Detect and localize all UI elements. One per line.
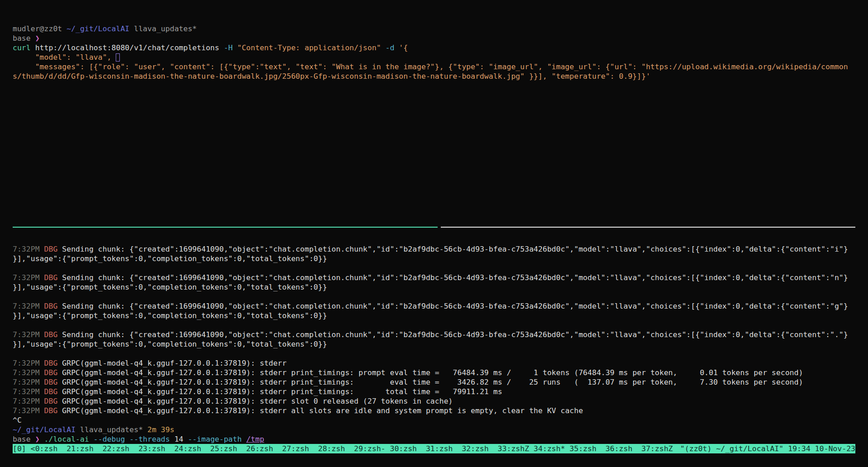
prompt-user-host: mudler@zz0t: [13, 24, 66, 33]
curl-body-wrap-line: s/thumb/d/dd/Gfp-wisconsin-madison-the-n…: [13, 71, 855, 81]
curl-body-open: '{: [394, 43, 408, 52]
log-level-badge: DBG: [44, 378, 58, 386]
prompt-env: base: [13, 34, 35, 43]
log-level-badge: DBG: [44, 359, 58, 367]
prompt-path: ~/_git/LocalAI: [13, 425, 80, 434]
pane-divider-active-segment: [13, 227, 438, 228]
log-chunk-line: 7:32PM DBG Sending chunk: {"created":169…: [13, 273, 855, 282]
log-timestamp: 7:32PM: [13, 302, 44, 310]
curl-body-messages-line: "messages": [{"role": "user", "content":…: [13, 62, 855, 71]
log-chunk-wrap-line: }],"usage":{"prompt_tokens":0,"completio…: [13, 311, 855, 320]
log-timestamp: 7:32PM: [13, 359, 44, 367]
log-chunk-wrap-line: }],"usage":{"prompt_tokens":0,"completio…: [13, 254, 855, 263]
log-timestamp: 7:32PM: [13, 368, 44, 377]
log-timestamp: 7:32PM: [13, 330, 44, 339]
log-level-badge: DBG: [44, 245, 58, 253]
log-level-badge: DBG: [44, 330, 58, 339]
log-grpc-line: 7:32PM DBG GRPC(ggml-model-q4_k.gguf-127…: [13, 387, 855, 396]
prompt-git-branch: llava_updates*: [134, 24, 197, 33]
pane-divider-inactive-segment: [441, 227, 855, 228]
log-chunk-line: 7:32PM DBG Sending chunk: {"created":169…: [13, 301, 855, 311]
terminal-window[interactable]: mudler@zz0t ~/_git/LocalAI llava_updates…: [0, 0, 868, 467]
pane-divider-gap: [438, 227, 441, 228]
curl-body-model-line: "model": "llava",: [13, 52, 855, 62]
prompt-arrow-icon: ❯: [35, 435, 44, 443]
log-level-badge: DBG: [44, 368, 58, 377]
log-level-badge: DBG: [44, 387, 58, 396]
pane-divider: [13, 227, 855, 228]
log-timestamp: 7:32PM: [13, 387, 44, 396]
log-level-badge: DBG: [44, 397, 58, 405]
curl-flag-h: -H: [224, 43, 233, 52]
log-level-badge: DBG: [44, 273, 58, 282]
tmux-status-bar[interactable]: [0] <0:zsh 21:zsh 22:zsh 23:zsh 24:zsh 2…: [13, 444, 855, 453]
blank-line: [13, 320, 855, 330]
top-pane[interactable]: mudler@zz0t ~/_git/LocalAI llava_updates…: [0, 0, 868, 227]
blank-line: [13, 263, 855, 273]
terminal-cursor: [116, 53, 120, 62]
log-grpc-line: 7:32PM DBG GRPC(ggml-model-q4_k.gguf-127…: [13, 368, 855, 377]
bottom-pane[interactable]: 7:32PM DBG Sending chunk: {"created":169…: [0, 228, 868, 444]
image-path-value: /tmp: [246, 435, 264, 443]
local-ai-threads-value: 14: [170, 435, 188, 443]
log-timestamp: 7:32PM: [13, 245, 44, 253]
log-level-badge: DBG: [44, 406, 58, 415]
prompt-env: base: [13, 435, 35, 443]
local-ai-flags-debug-threads: --debug --threads: [94, 435, 170, 443]
curl-command-line: curl http://localhost:8080/v1/chat/compl…: [13, 43, 855, 52]
log-timestamp: 7:32PM: [13, 273, 44, 282]
blank-line: [13, 349, 855, 358]
log-timestamp: 7:32PM: [13, 406, 44, 415]
interrupt-line: ^C: [13, 415, 855, 425]
log-chunk-line: 7:32PM DBG Sending chunk: {"created":169…: [13, 330, 855, 339]
log-chunk-wrap-line: }],"usage":{"prompt_tokens":0,"completio…: [13, 282, 855, 292]
blank-line: [13, 292, 855, 301]
prompt-git-branch: llava_updates*: [80, 425, 147, 434]
curl-flag-d: -d: [386, 43, 395, 52]
curl-command: curl: [13, 43, 31, 52]
tmux-session-info: "(zz0t) ~/_git/LocalAI" 19:34 10-Nov-23: [680, 444, 855, 453]
curl-url: http://localhost:8080/v1/chat/completion…: [31, 43, 224, 52]
prompt-arrow-icon: ❯: [35, 34, 40, 43]
shell-prompt-line2: base ❯: [13, 33, 855, 43]
prompt-path: ~/_git/LocalAI: [66, 24, 134, 33]
log-chunk-line: 7:32PM DBG Sending chunk: {"created":169…: [13, 244, 855, 254]
local-ai-command-line: base ❯ ./local-ai --debug --threads 14 -…: [13, 434, 855, 444]
curl-header-string: "Content-Type: application/json": [233, 43, 386, 52]
log-grpc-line: 7:32PM DBG GRPC(ggml-model-q4_k.gguf-127…: [13, 358, 855, 368]
log-timestamp: 7:32PM: [13, 378, 44, 386]
shell-prompt-line3: ~/_git/LocalAI llava_updates* 2m 39s: [13, 425, 855, 434]
log-grpc-line: 7:32PM DBG GRPC(ggml-model-q4_k.gguf-127…: [13, 396, 855, 406]
shell-prompt-line: mudler@zz0t ~/_git/LocalAI llava_updates…: [13, 24, 855, 33]
log-grpc-line: 7:32PM DBG GRPC(ggml-model-q4_k.gguf-127…: [13, 406, 855, 415]
local-ai-flag-image-path: --image-path: [188, 435, 241, 443]
log-timestamp: 7:32PM: [13, 397, 44, 405]
log-chunk-wrap-line: }],"usage":{"prompt_tokens":0,"completio…: [13, 339, 855, 349]
local-ai-command: ./local-ai: [44, 435, 94, 443]
log-level-badge: DBG: [44, 302, 58, 310]
command-duration: 2m 39s: [147, 425, 175, 434]
log-grpc-line: 7:32PM DBG GRPC(ggml-model-q4_k.gguf-127…: [13, 377, 855, 387]
tmux-window-list[interactable]: [0] <0:zsh 21:zsh 22:zsh 23:zsh 24:zsh 2…: [13, 444, 673, 453]
